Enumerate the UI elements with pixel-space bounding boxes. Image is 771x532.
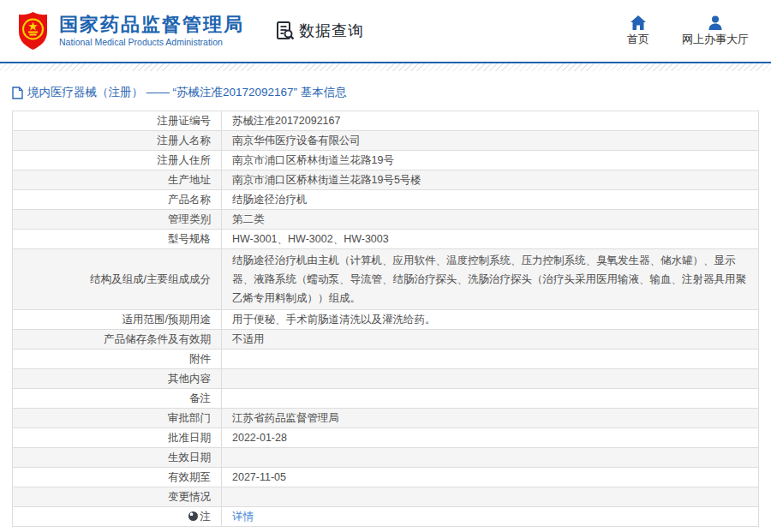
home-icon <box>631 15 646 30</box>
row-label: 注册人住所 <box>13 151 222 170</box>
registration-info-table: 注册证编号 苏械注准20172092167 注册人名称 南京华伟医疗设备有限公司… <box>12 111 759 527</box>
row-label: 注册人名称 <box>13 131 222 151</box>
row-label: 审批部门 <box>13 409 222 428</box>
table-row: 批准日期 2022-01-28 <box>13 428 759 448</box>
row-label: 注 <box>13 507 222 527</box>
row-value: 2027-11-05 <box>222 468 759 487</box>
table-row: 审批部门 江苏省药品监督管理局 <box>13 409 759 428</box>
info-table-body: 注册证编号 苏械注准20172092167 注册人名称 南京华伟医疗设备有限公司… <box>13 111 759 527</box>
row-label: 附件 <box>13 350 222 369</box>
nav-online-hall-label: 网上办事大厅 <box>682 33 749 46</box>
details-link[interactable]: 详情 <box>232 511 254 523</box>
nav-online-hall[interactable]: 网上办事大厅 <box>682 15 749 46</box>
row-value: 第二类 <box>222 210 759 230</box>
document-search-icon <box>275 21 296 41</box>
org-titles: 国家药品监督管理局 National Medical Products Admi… <box>59 14 244 48</box>
table-row: 注册证编号 苏械注准20172092167 <box>13 111 759 131</box>
person-icon <box>708 15 723 30</box>
row-value: 南京市浦口区桥林街道兰花路19号 <box>222 151 759 170</box>
row-value: 2022-01-28 <box>222 428 759 448</box>
top-nav: 首页 网上办事大厅 <box>627 15 752 46</box>
note-label: 注 <box>200 511 212 523</box>
breadcrumb-text: 境内医疗器械（注册） —— “苏械注准20172092167” 基本信息 <box>27 85 347 100</box>
table-row: 有效期至 2027-11-05 <box>13 468 759 487</box>
org-name-cn: 国家药品监督管理局 <box>59 14 244 36</box>
table-row: 生产地址 南京市浦口区桥林街道兰花路19号5号楼 <box>13 170 759 190</box>
row-label: 批准日期 <box>13 428 222 448</box>
row-value: 结肠途径治疗机由主机（计算机、应用软件、温度控制系统、压力控制系统、臭氧发生器、… <box>222 249 759 310</box>
site-logo[interactable]: 国家药品监督管理局 National Medical Products Admi… <box>17 11 244 51</box>
table-row: 型号规格 HW-3001、HW-3002、HW-3003 <box>13 230 759 249</box>
nav-home-label: 首页 <box>627 33 649 46</box>
org-name-en: National Medical Products Administration <box>59 36 244 48</box>
row-value: 用于便秘、手术前肠道清洗以及灌洗给药。 <box>222 310 759 330</box>
row-label: 其他内容 <box>13 369 222 389</box>
row-label: 有效期至 <box>13 468 222 487</box>
document-icon <box>12 87 23 99</box>
table-row: 注册人住所 南京市浦口区桥林街道兰花路19号 <box>13 151 759 170</box>
table-row-note: 注 详情 <box>13 507 759 527</box>
table-row: 附件 <box>13 350 759 369</box>
table-row: 产品储存条件及有效期 不适用 <box>13 330 759 350</box>
row-value <box>222 487 759 507</box>
row-label: 产品名称 <box>13 190 222 210</box>
row-value <box>222 448 759 468</box>
nav-home[interactable]: 首页 <box>627 15 649 46</box>
table-row: 注册人名称 南京华伟医疗设备有限公司 <box>13 131 759 151</box>
table-row: 变更情况 <box>13 487 759 507</box>
table-row: 适用范围/预期用途 用于便秘、手术前肠道清洗以及灌洗给药。 <box>13 310 759 330</box>
section-title: 数据查询 <box>299 21 364 41</box>
row-label: 型号规格 <box>13 230 222 249</box>
row-value <box>222 350 759 369</box>
row-label: 生产地址 <box>13 170 222 190</box>
row-value: 南京华伟医疗设备有限公司 <box>222 131 759 151</box>
national-emblem-icon <box>17 11 49 51</box>
row-label: 适用范围/预期用途 <box>13 310 222 330</box>
table-row: 其他内容 <box>13 369 759 389</box>
row-value: HW-3001、HW-3002、HW-3003 <box>222 230 759 249</box>
table-row: 管理类别 第二类 <box>13 210 759 230</box>
row-label: 变更情况 <box>13 487 222 507</box>
row-label: 备注 <box>13 389 222 409</box>
table-row: 产品名称 结肠途径治疗机 <box>13 190 759 210</box>
breadcrumb: 境内医疗器械（注册） —— “苏械注准20172092167” 基本信息 <box>0 71 771 111</box>
hatch-band <box>0 63 771 71</box>
row-label: 产品储存条件及有效期 <box>13 330 222 350</box>
row-value: 结肠途径治疗机 <box>222 190 759 210</box>
row-value: 南京市浦口区桥林街道兰花路19号5号楼 <box>222 170 759 190</box>
row-label: 注册证编号 <box>13 111 222 131</box>
row-value <box>222 389 759 409</box>
row-label: 结构及组成/主要组成成分 <box>13 249 222 310</box>
table-row: 生效日期 <box>13 448 759 468</box>
row-value: 苏械注准20172092167 <box>222 111 759 131</box>
row-value: 详情 <box>222 507 759 527</box>
note-dot-icon <box>188 511 198 521</box>
data-query-section[interactable]: 数据查询 <box>275 21 364 41</box>
page: 国家药品监督管理局 National Medical Products Admi… <box>0 0 771 532</box>
row-label: 管理类别 <box>13 210 222 230</box>
row-value <box>222 369 759 389</box>
row-label: 生效日期 <box>13 448 222 468</box>
table-row: 结构及组成/主要组成成分 结肠途径治疗机由主机（计算机、应用软件、温度控制系统、… <box>13 249 759 310</box>
row-value: 江苏省药品监督管理局 <box>222 409 759 428</box>
row-value: 不适用 <box>222 330 759 350</box>
top-header: 国家药品监督管理局 National Medical Products Admi… <box>0 0 771 62</box>
table-row: 备注 <box>13 389 759 409</box>
